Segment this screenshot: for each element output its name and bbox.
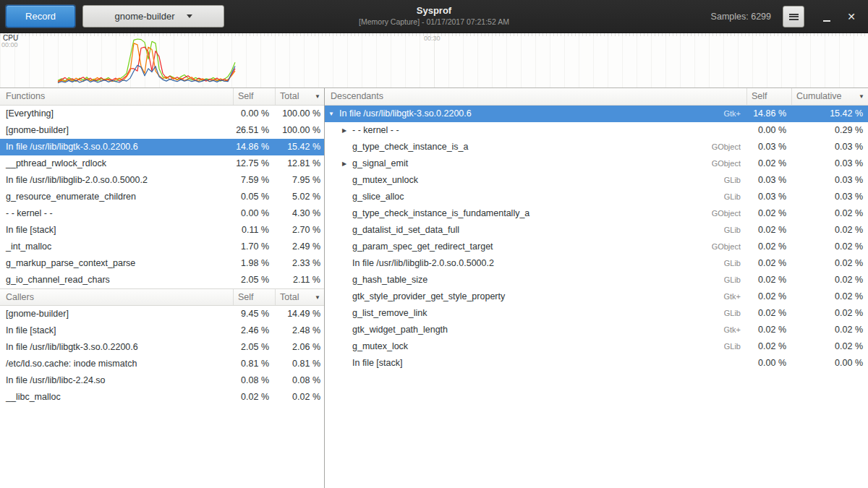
expander-spacer	[339, 239, 349, 255]
column-header-self[interactable]: Self	[233, 289, 275, 305]
record-button[interactable]: Record	[6, 5, 75, 27]
column-header-callers[interactable]: Callers	[0, 289, 233, 305]
column-header-functions[interactable]: Functions	[0, 88, 233, 105]
function-name: g_resource_enumerate_children	[0, 189, 233, 205]
expander-spacer	[339, 205, 349, 222]
function-name: g_slice_alloc	[349, 189, 724, 205]
table-row[interactable]: In file [stack]2.46 %2.48 %	[0, 322, 324, 339]
self-percent: 0.02 %	[746, 338, 791, 355]
function-name: g_mutex_lock	[349, 338, 724, 355]
total-percent: 2.06 %	[275, 339, 324, 356]
cumulative-percent: 0.02 %	[791, 205, 868, 222]
table-row[interactable]: [Everything]0.00 %100.00 %	[0, 106, 324, 122]
tree-row[interactable]: g_type_check_instance_is_aGObject0.03 %0…	[325, 139, 868, 155]
table-row[interactable]: g_io_channel_read_chars2.05 %2.11 %	[0, 272, 324, 288]
table-row[interactable]: [gnome-builder]9.45 %14.49 %	[0, 306, 324, 322]
cumulative-percent: 0.29 %	[791, 122, 868, 139]
expander-closed-icon[interactable]: ▶	[339, 122, 349, 139]
self-percent: 0.08 %	[233, 372, 275, 389]
tree-row[interactable]: g_mutex_lockGLib0.02 %0.02 %	[325, 338, 868, 355]
function-name: /etc/ld.so.cache: inode mismatch	[0, 356, 233, 372]
tree-row[interactable]: ▶- - kernel - -0.00 %0.29 %	[325, 122, 868, 139]
self-percent: 0.02 %	[746, 155, 791, 172]
expander-spacer	[339, 255, 349, 272]
function-name: g_mutex_unlock	[349, 172, 724, 189]
table-row[interactable]: In file /usr/lib/libgtk-3.so.0.2200.62.0…	[0, 339, 324, 356]
tree-row[interactable]: g_mutex_unlockGLib0.03 %0.03 %	[325, 172, 868, 189]
table-row[interactable]: [gnome-builder]26.51 %100.00 %	[0, 122, 324, 139]
expander-spacer	[339, 139, 349, 155]
function-name: In file /usr/lib/libgtk-3.so.0.2200.6	[0, 339, 233, 356]
total-percent: 2.33 %	[275, 255, 324, 272]
column-header-total[interactable]: Total ▼	[275, 88, 324, 105]
time-label-mid: 00:30	[424, 35, 441, 42]
self-percent: 0.05 %	[233, 189, 275, 205]
table-row[interactable]: __libc_malloc0.02 %0.02 %	[0, 389, 324, 406]
tree-row[interactable]: gtk_style_provider_get_style_propertyGtk…	[325, 288, 868, 305]
tree-row[interactable]: gtk_widget_path_lengthGtk+0.02 %0.02 %	[325, 322, 868, 338]
close-button[interactable]: ✕	[842, 7, 861, 26]
table-row[interactable]: g_resource_enumerate_children0.05 %5.02 …	[0, 189, 324, 205]
column-header-cumulative[interactable]: Cumulative ▼	[791, 88, 868, 105]
table-row[interactable]: g_markup_parse_context_parse1.98 %2.33 %	[0, 255, 324, 272]
function-name: g_list_remove_link	[349, 305, 724, 322]
table-row[interactable]: _int_malloc1.70 %2.49 %	[0, 239, 324, 255]
self-percent: 2.05 %	[233, 339, 275, 356]
library-badge: GLib	[724, 255, 741, 272]
tree-row[interactable]: In file /usr/lib/libglib-2.0.so.0.5000.2…	[325, 255, 868, 272]
target-selector[interactable]: gnome-builder	[82, 5, 224, 27]
self-percent: 0.00 %	[746, 122, 791, 139]
self-percent: 0.02 %	[746, 305, 791, 322]
library-badge: GObject	[712, 155, 741, 172]
hamburger-icon	[789, 14, 799, 20]
column-header-self[interactable]: Self	[746, 88, 791, 105]
column-header-self[interactable]: Self	[233, 88, 275, 105]
self-percent: 0.00 %	[233, 106, 275, 122]
table-row[interactable]: In file [stack]0.11 %2.70 %	[0, 222, 324, 239]
tree-row[interactable]: g_slice_allocGLib0.03 %0.03 %	[325, 189, 868, 205]
menu-button[interactable]	[783, 6, 804, 27]
self-percent: 0.02 %	[746, 272, 791, 288]
tree-row[interactable]: g_list_remove_linkGLib0.02 %0.02 %	[325, 305, 868, 322]
self-percent: 0.00 %	[233, 205, 275, 222]
cumulative-percent: 0.02 %	[791, 305, 868, 322]
cumulative-percent: 0.02 %	[791, 272, 868, 288]
cpu-graph[interactable]: CPU 00:00 00:30	[0, 33, 868, 88]
tree-row[interactable]: g_param_spec_get_redirect_targetGObject0…	[325, 239, 868, 255]
table-row[interactable]: In file /usr/lib/libc-2.24.so0.08 %0.08 …	[0, 372, 324, 389]
expander-open-icon[interactable]: ▼	[326, 106, 336, 122]
expander-closed-icon[interactable]: ▶	[339, 155, 349, 172]
library-badge: GObject	[712, 205, 741, 222]
column-header-total[interactable]: Total ▼	[275, 289, 324, 305]
tree-row[interactable]: ▶g_signal_emitGObject0.02 %0.03 %	[325, 155, 868, 172]
cumulative-percent: 0.03 %	[791, 139, 868, 155]
function-name: In file /usr/lib/libc-2.24.so	[0, 372, 233, 389]
tree-row[interactable]: g_type_check_instance_is_fundamentally_a…	[325, 205, 868, 222]
function-name: [gnome-builder]	[0, 122, 233, 139]
self-percent: 1.98 %	[233, 255, 275, 272]
cumulative-percent: 0.03 %	[791, 172, 868, 189]
tree-row[interactable]: In file [stack]0.00 %0.00 %	[325, 355, 868, 372]
minimize-button[interactable]	[817, 7, 836, 26]
cumulative-percent: 0.02 %	[791, 239, 868, 255]
library-badge: GLib	[724, 272, 741, 288]
column-header-descendants[interactable]: Descendants	[325, 88, 746, 105]
total-percent: 15.42 %	[275, 139, 324, 155]
table-row[interactable]: - - kernel - -0.00 %4.30 %	[0, 205, 324, 222]
minimize-icon	[823, 20, 830, 22]
library-badge: GLib	[724, 222, 741, 239]
table-row[interactable]: /etc/ld.so.cache: inode mismatch0.81 %0.…	[0, 356, 324, 372]
table-row[interactable]: __pthread_rwlock_rdlock12.75 %12.81 %	[0, 155, 324, 172]
self-percent: 14.86 %	[746, 106, 791, 122]
functions-header-row: Functions Self Total ▼	[0, 88, 324, 106]
table-row[interactable]: In file /usr/lib/libgtk-3.so.0.2200.614.…	[0, 139, 324, 155]
tree-row[interactable]: g_datalist_id_set_data_fullGLib0.02 %0.0…	[325, 222, 868, 239]
function-name: In file /usr/lib/libglib-2.0.so.0.5000.2	[349, 255, 724, 272]
descendants-header-row: Descendants Self Cumulative ▼	[325, 88, 868, 106]
self-percent: 0.03 %	[746, 139, 791, 155]
table-row[interactable]: In file /usr/lib/libglib-2.0.so.0.5000.2…	[0, 172, 324, 189]
tree-row[interactable]: ▼In file /usr/lib/libgtk-3.so.0.2200.6Gt…	[325, 106, 868, 122]
cumulative-percent: 0.03 %	[791, 189, 868, 205]
tree-row[interactable]: g_hash_table_sizeGLib0.02 %0.02 %	[325, 272, 868, 288]
self-percent: 0.02 %	[746, 205, 791, 222]
